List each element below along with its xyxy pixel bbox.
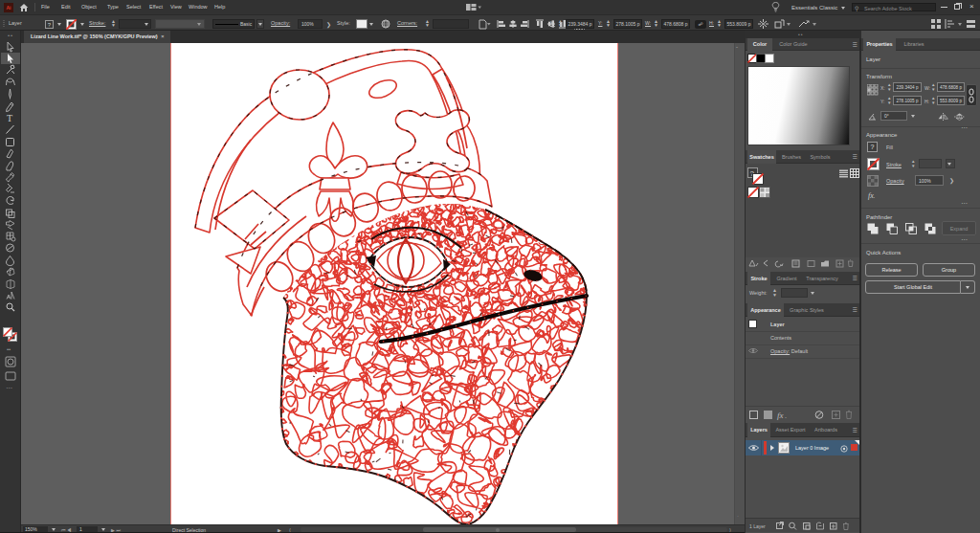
svg-text:.: . [785, 412, 787, 419]
svg-text:fx: fx [777, 411, 784, 420]
svg-text:T: T [7, 113, 12, 123]
